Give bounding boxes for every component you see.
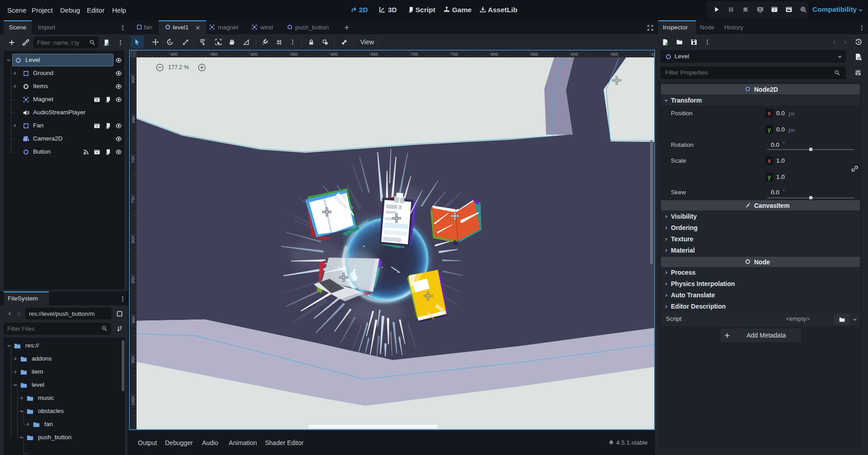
svg-text:850: 850: [131, 276, 136, 283]
svg-text:650: 650: [371, 52, 378, 56]
svg-text:800: 800: [131, 236, 136, 243]
svg-text:950: 950: [131, 356, 136, 363]
svg-text:800: 800: [491, 52, 498, 56]
svg-text:650: 650: [131, 116, 136, 123]
svg-text:600: 600: [131, 76, 136, 83]
svg-text:550: 550: [291, 52, 298, 56]
svg-text:100: 100: [651, 52, 654, 56]
svg-text:950: 950: [611, 52, 618, 56]
svg-text:500: 500: [250, 52, 258, 56]
svg-text:750: 750: [131, 196, 136, 203]
svg-text:700: 700: [131, 156, 136, 163]
svg-text:700: 700: [411, 52, 418, 56]
svg-text:850: 850: [531, 52, 538, 56]
svg-text:DOC: DOC: [856, 58, 861, 60]
svg-text:900: 900: [571, 52, 578, 56]
svg-text:450: 450: [211, 52, 218, 56]
svg-text:400: 400: [170, 52, 178, 56]
svg-text:600: 600: [331, 52, 338, 56]
svg-text:750: 750: [451, 52, 458, 56]
svg-text:1000: 1000: [131, 396, 136, 406]
svg-text:900: 900: [131, 316, 136, 324]
